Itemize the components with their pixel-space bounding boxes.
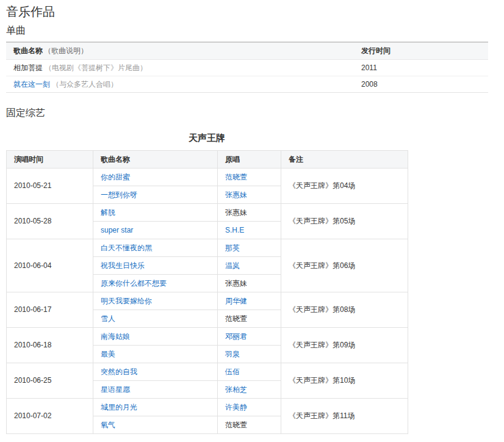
single-song-cell: 相加菩提（电视剧《菩提树下》片尾曲） bbox=[6, 60, 354, 76]
original-artist-cell: 张惠妹 bbox=[218, 186, 281, 204]
original-artist-link[interactable]: 伍佰 bbox=[225, 368, 240, 376]
single-year-cell: 2011 bbox=[354, 60, 488, 76]
single-song-text: 相加菩提 bbox=[13, 63, 43, 72]
performance-song-link[interactable]: 解脱 bbox=[101, 208, 115, 217]
original-artist-link[interactable]: 温岚 bbox=[225, 261, 240, 270]
performance-date-cell: 2010-06-04 bbox=[7, 239, 93, 292]
original-artist-link[interactable]: 羽泉 bbox=[225, 350, 240, 358]
single-row: 相加菩提（电视剧《菩提树下》片尾曲）2011 bbox=[6, 60, 488, 76]
performance-song-cell: 城里的月光 bbox=[93, 399, 218, 416]
original-artist-link[interactable]: 张惠妹 bbox=[225, 190, 247, 199]
performance-song-link[interactable]: 氧气 bbox=[101, 421, 115, 429]
performance-row: 2010-05-28解脱张惠妹《天声王牌》第05场 bbox=[7, 204, 408, 222]
performance-row: 2010-06-17明天我要嫁给你周华健《天声王牌》第08场 bbox=[7, 292, 408, 310]
original-artist-text: 张惠妹 bbox=[225, 279, 247, 288]
performance-song-cell: 最美 bbox=[93, 346, 218, 363]
original-artist-cell: 邓丽君 bbox=[218, 328, 281, 346]
original-artist-link[interactable]: 那英 bbox=[225, 244, 240, 252]
singles-col-release: 发行时间 bbox=[354, 42, 488, 60]
remark-cell: 《天声王牌》第10场 bbox=[281, 363, 408, 399]
performance-song-cell: 你的甜蜜 bbox=[93, 168, 218, 186]
original-artist-link[interactable]: 周华健 bbox=[225, 297, 247, 305]
singles-col-song-note: （歌曲说明） bbox=[44, 46, 88, 55]
performance-song-link[interactable]: 最美 bbox=[101, 350, 115, 358]
variety-table: 演唱时间歌曲名称原唱备注 2010-05-21你的甜蜜范晓萱《天声王牌》第04场… bbox=[6, 150, 408, 434]
remark-cell: 《天声王牌》第08场 bbox=[281, 292, 408, 328]
single-song-note: （电视剧《菩提树下》片尾曲） bbox=[45, 63, 147, 72]
performance-song-link[interactable]: 雪人 bbox=[101, 314, 115, 323]
original-artist-cell: 周华健 bbox=[218, 292, 281, 310]
performance-song-cell: 明天我要嫁给你 bbox=[93, 292, 218, 310]
original-artist-cell: 张柏芝 bbox=[218, 381, 281, 399]
performance-date-cell: 2010-06-25 bbox=[7, 363, 93, 399]
article-content: 音乐作品 单曲 歌曲名称（歌曲说明） 发行时间 相加菩提（电视剧《菩提树下》片尾… bbox=[0, 0, 504, 434]
original-artist-text: 范晓萱 bbox=[225, 421, 247, 429]
variety-col-0: 演唱时间 bbox=[7, 151, 93, 168]
performance-song-cell: 一想到你呀 bbox=[93, 186, 218, 204]
performance-row: 2010-07-02城里的月光许美静《天声王牌》第11场 bbox=[7, 399, 408, 416]
performance-song-link[interactable]: 星语星愿 bbox=[101, 385, 130, 394]
performance-song-cell: 雪人 bbox=[93, 310, 218, 328]
original-artist-cell: 张惠妹 bbox=[218, 204, 281, 222]
remark-cell: 《天声王牌》第06场 bbox=[281, 239, 408, 292]
singles-header-row: 歌曲名称（歌曲说明） 发行时间 bbox=[6, 42, 488, 60]
original-artist-cell: 许美静 bbox=[218, 399, 281, 416]
single-song-link[interactable]: 就在这一刻 bbox=[13, 80, 50, 89]
performance-song-link[interactable]: 一想到你呀 bbox=[101, 190, 137, 199]
performance-song-link[interactable]: 祝我生日快乐 bbox=[101, 261, 145, 270]
original-artist-cell: 那英 bbox=[218, 239, 281, 257]
performance-row: 2010-06-18南海姑娘邓丽君《天声王牌》第09场 bbox=[7, 328, 408, 346]
original-artist-cell: 羽泉 bbox=[218, 346, 281, 363]
remark-cell: 《天声王牌》第09场 bbox=[281, 328, 408, 363]
performance-song-link[interactable]: 南海姑娘 bbox=[101, 332, 130, 341]
performance-row: 2010-06-04白天不懂夜的黑那英《天声王牌》第06场 bbox=[7, 239, 408, 257]
performance-date-cell: 2010-06-18 bbox=[7, 328, 93, 363]
single-year-cell: 2008 bbox=[354, 76, 488, 93]
original-artist-cell: 范晓萱 bbox=[218, 310, 281, 328]
performance-date-cell: 2010-07-02 bbox=[7, 399, 93, 434]
performance-song-cell: 解脱 bbox=[93, 204, 218, 222]
original-artist-text: 范晓萱 bbox=[225, 314, 247, 323]
performance-row: 2010-06-25突然的自我伍佰《天声王牌》第10场 bbox=[7, 363, 408, 381]
variety-col-3: 备注 bbox=[281, 151, 408, 168]
variety-col-1: 歌曲名称 bbox=[93, 151, 218, 168]
section-title-music-works: 音乐作品 bbox=[6, 4, 498, 20]
singles-col-song: 歌曲名称（歌曲说明） bbox=[6, 42, 354, 60]
performance-song-link[interactable]: super star bbox=[101, 226, 133, 234]
performance-row: 2010-05-21你的甜蜜范晓萱《天声王牌》第04场 bbox=[7, 168, 408, 186]
single-row: 就在这一刻（与众多艺人合唱）2008 bbox=[6, 76, 488, 93]
original-artist-text: 张惠妹 bbox=[225, 208, 247, 217]
single-song-cell: 就在这一刻（与众多艺人合唱） bbox=[6, 76, 354, 93]
original-artist-link[interactable]: 范晓萱 bbox=[225, 173, 247, 181]
original-artist-cell: S.H.E bbox=[218, 222, 281, 239]
performance-song-cell: 原来你什么都不想要 bbox=[93, 275, 218, 292]
performance-song-cell: 氧气 bbox=[93, 416, 218, 434]
variety-header-row: 演唱时间歌曲名称原唱备注 bbox=[7, 151, 408, 168]
performance-song-cell: 祝我生日快乐 bbox=[93, 257, 218, 275]
performance-song-cell: 星语星愿 bbox=[93, 381, 218, 399]
original-artist-link[interactable]: 张柏芝 bbox=[225, 385, 247, 394]
performance-date-cell: 2010-06-17 bbox=[7, 292, 93, 328]
original-artist-cell: 范晓萱 bbox=[218, 416, 281, 434]
performance-song-link[interactable]: 城里的月光 bbox=[101, 403, 137, 411]
performance-song-link[interactable]: 突然的自我 bbox=[101, 368, 137, 376]
variety-table-title: 天声王牌 bbox=[6, 132, 408, 143]
original-artist-cell: 温岚 bbox=[218, 257, 281, 275]
subsection-title-singles: 单曲 bbox=[6, 24, 498, 37]
performance-song-cell: 突然的自我 bbox=[93, 363, 218, 381]
original-artist-link[interactable]: 许美静 bbox=[225, 403, 247, 411]
performance-song-link[interactable]: 明天我要嫁给你 bbox=[101, 297, 152, 305]
performance-song-link[interactable]: 白天不懂夜的黑 bbox=[101, 244, 152, 252]
remark-cell: 《天声王牌》第11场 bbox=[281, 399, 408, 434]
singles-col-song-label: 歌曲名称 bbox=[13, 46, 43, 55]
original-artist-link[interactable]: 邓丽君 bbox=[225, 332, 247, 341]
performance-song-cell: super star bbox=[93, 222, 218, 239]
single-song-note: （与众多艺人合唱） bbox=[52, 80, 118, 89]
subsection-title-variety: 固定综艺 bbox=[6, 106, 498, 119]
original-artist-cell: 范晓萱 bbox=[218, 168, 281, 186]
performance-song-link[interactable]: 你的甜蜜 bbox=[101, 173, 130, 181]
remark-cell: 《天声王牌》第04场 bbox=[281, 168, 408, 204]
original-artist-link[interactable]: S.H.E bbox=[225, 226, 244, 234]
singles-table: 歌曲名称（歌曲说明） 发行时间 相加菩提（电视剧《菩提树下》片尾曲）2011就在… bbox=[6, 42, 488, 93]
performance-song-link[interactable]: 原来你什么都不想要 bbox=[101, 279, 167, 288]
